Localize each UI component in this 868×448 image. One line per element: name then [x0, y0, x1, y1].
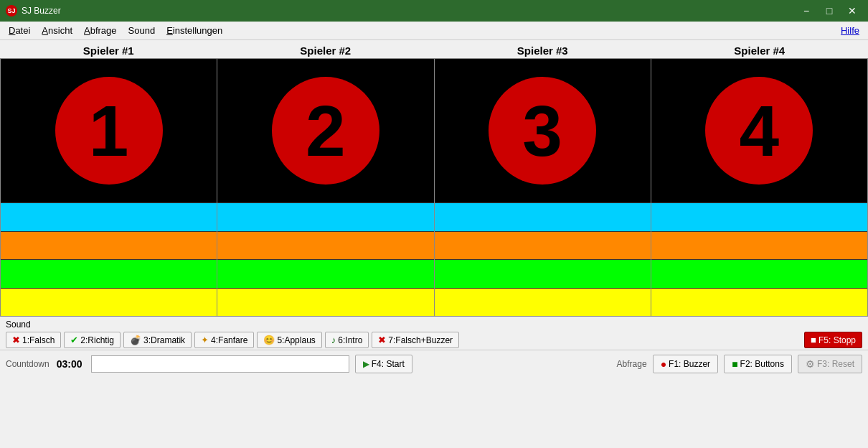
reset-icon: ⚙	[806, 358, 815, 370]
player4-bar-yellow	[651, 288, 867, 317]
sound-btn-5-applaus[interactable]: 😊 5:Applaus	[257, 332, 321, 348]
buttons-button[interactable]: ■ F2: Buttons	[724, 355, 792, 373]
player1-bar-green	[1, 259, 217, 288]
player3-header: Spieler #3	[434, 45, 651, 57]
player1-bar-yellow	[1, 288, 217, 317]
maximize-button[interactable]: □	[819, 3, 839, 19]
sound-btn-1-label: 1:Falsch	[22, 335, 55, 345]
sound-btn-stop-label: F5: Stopp	[819, 335, 856, 345]
player1-black: 1	[1, 59, 217, 202]
falsch-buzzer-icon: ✖	[378, 335, 386, 345]
sound-btn-4-label: 4:Fanfare	[211, 335, 247, 345]
menu-ansicht[interactable]: Ansicht	[36, 23, 78, 38]
player1-circle: 1	[55, 77, 163, 185]
player4-black: 4	[651, 59, 867, 202]
sound-btn-6-label: 6:Intro	[338, 335, 362, 345]
titlebar: SJ SJ Buzzer − □ ✕	[0, 0, 868, 22]
buttons-icon: ■	[732, 358, 737, 370]
window-controls: − □ ✕	[796, 3, 862, 19]
player4-col: 4	[651, 59, 868, 316]
sound-btn-3-dramatik[interactable]: 💣 3:Dramatik	[123, 332, 192, 348]
buzzer-icon: ●	[661, 358, 666, 370]
countdown-label: Countdown	[6, 359, 49, 369]
player3-col: 3	[435, 59, 651, 316]
players-grid: 1 2 3 4	[0, 58, 868, 317]
menu-datei[interactable]: Datei	[3, 23, 36, 38]
abfrage-label: Abfrage	[617, 359, 647, 369]
falsch-icon: ✖	[12, 335, 20, 345]
hilfe-link[interactable]: Hilfe	[841, 25, 859, 36]
menubar: Datei Ansicht Abfrage Sound Einstellunge…	[0, 22, 868, 40]
sound-btn-1-falsch[interactable]: ✖ 1:Falsch	[6, 332, 61, 348]
player2-bar-yellow	[217, 288, 433, 317]
player2-bar-cyan	[217, 202, 433, 231]
menu-einstellungen[interactable]: Einstellungen	[161, 23, 228, 38]
reset-label: F3: Reset	[817, 359, 854, 369]
start-label: F4: Start	[372, 359, 405, 369]
player4-header: Spieler #4	[651, 45, 869, 57]
player2-header: Spieler #2	[217, 45, 435, 57]
buzzer-button[interactable]: ● F1: Buzzer	[653, 355, 719, 373]
sound-btn-5-label: 5:Applaus	[277, 335, 315, 345]
player4-bar-green	[651, 259, 867, 288]
start-icon: ▶	[363, 359, 369, 369]
dramatik-icon: 💣	[130, 335, 141, 345]
countdown-input[interactable]	[91, 355, 349, 373]
player2-bar-orange	[217, 231, 433, 260]
menu-sound[interactable]: Sound	[123, 23, 161, 38]
sound-buttons: ✖ 1:Falsch ✔ 2:Richtig 💣 3:Dramatik ✦ 4:…	[6, 332, 862, 348]
player2-col: 2	[217, 59, 434, 316]
player2-black: 2	[217, 59, 433, 202]
player3-bar-green	[435, 259, 651, 288]
player1-header: Spieler #1	[0, 45, 217, 57]
player1-col: 1	[0, 59, 217, 316]
sound-btn-4-fanfare[interactable]: ✦ 4:Fanfare	[194, 332, 254, 348]
sound-btn-stop[interactable]: ■ F5: Stopp	[804, 332, 862, 348]
stop-icon: ■	[811, 335, 816, 345]
app-icon: SJ	[6, 5, 17, 17]
minimize-button[interactable]: −	[796, 3, 816, 19]
bottom-controls: Countdown 03:00 ▶ F4: Start Abfrage ● F1…	[0, 350, 868, 378]
sound-btn-7-label: 7:Falsch+Buzzer	[388, 335, 453, 345]
player2-circle: 2	[272, 77, 379, 185]
sound-section: Sound ✖ 1:Falsch ✔ 2:Richtig 💣 3:Dramati…	[0, 317, 868, 350]
start-button[interactable]: ▶ F4: Start	[355, 355, 412, 373]
player2-bar-green	[217, 259, 433, 288]
player4-circle: 4	[705, 77, 813, 185]
sound-btn-6-intro[interactable]: ♪ 6:Intro	[325, 332, 369, 348]
player3-black: 3	[435, 59, 651, 202]
sound-btn-2-richtig[interactable]: ✔ 2:Richtig	[64, 332, 121, 348]
sound-btn-3-label: 3:Dramatik	[143, 335, 185, 345]
close-button[interactable]: ✕	[842, 3, 862, 19]
menu-abfrage[interactable]: Abfrage	[78, 23, 123, 38]
intro-icon: ♪	[331, 335, 336, 345]
player1-bar-cyan	[1, 202, 217, 231]
player4-bar-orange	[651, 231, 867, 260]
player3-bar-orange	[435, 231, 651, 260]
sound-btn-2-label: 2:Richtig	[80, 335, 114, 345]
reset-button: ⚙ F3: Reset	[798, 355, 862, 373]
players-header: Spieler #1 Spieler #2 Spieler #3 Spieler…	[0, 40, 868, 58]
player1-bar-orange	[1, 231, 217, 260]
buttons-label: F2: Buttons	[740, 359, 784, 369]
sound-label: Sound	[6, 319, 862, 330]
app-title: SJ Buzzer	[22, 6, 796, 16]
menu-sound-label: Sound	[128, 25, 156, 36]
buzzer-label: F1: Buzzer	[669, 359, 710, 369]
menu-right: Hilfe	[841, 25, 865, 36]
richtig-icon: ✔	[70, 335, 78, 345]
applaus-icon: 😊	[263, 335, 275, 345]
player3-bar-yellow	[435, 288, 651, 317]
player3-bar-cyan	[435, 202, 651, 231]
sound-btn-7-falsch-buzzer[interactable]: ✖ 7:Falsch+Buzzer	[372, 332, 459, 348]
fanfare-icon: ✦	[201, 335, 209, 345]
player3-circle: 3	[489, 77, 596, 185]
countdown-display: 03:00	[57, 358, 85, 370]
countdown-group: Countdown	[6, 359, 51, 369]
player4-bar-cyan	[651, 202, 867, 231]
menu-items: Datei Ansicht Abfrage Sound Einstellunge…	[3, 23, 841, 38]
